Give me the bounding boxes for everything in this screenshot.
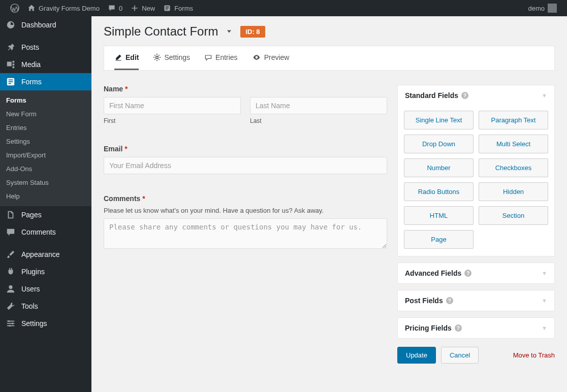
home-icon: [27, 4, 36, 12]
sidebar-item-users[interactable]: Users: [0, 280, 91, 298]
field-btn-page[interactable]: Page: [404, 230, 474, 249]
panel-toggle-standard[interactable]: Standard Fields ? ▼: [398, 85, 554, 106]
comments-link[interactable]: 0: [104, 0, 127, 16]
field-btn-hidden[interactable]: Hidden: [479, 182, 548, 201]
new-label: New: [142, 5, 155, 12]
help-icon[interactable]: ?: [461, 92, 468, 99]
submenu-settings[interactable]: Settings: [0, 135, 91, 148]
field-btn-paragraph[interactable]: Paragraph Text: [479, 111, 548, 129]
panel-title: Post Fields: [405, 297, 443, 305]
field-btn-single-line[interactable]: Single Line Text: [404, 111, 474, 129]
svg-point-14: [12, 322, 14, 324]
user-menu[interactable]: demo: [524, 0, 561, 16]
forms-label: Forms: [174, 5, 193, 12]
field-btn-number[interactable]: Number: [404, 158, 474, 177]
user-name: demo: [528, 5, 545, 12]
sidebar-item-label: Media: [21, 60, 41, 69]
tools-icon: [6, 302, 16, 311]
submenu-system-status[interactable]: System Status: [0, 176, 91, 189]
wordpress-icon: [10, 4, 19, 13]
submenu-addons[interactable]: Add-Ons: [0, 162, 91, 176]
sidebar-item-tools[interactable]: Tools: [0, 298, 91, 315]
form-switcher[interactable]: [225, 27, 233, 36]
site-name-link[interactable]: Gravity Forms Demo: [23, 0, 104, 16]
panel-toggle-pricing[interactable]: Pricing Fields ? ▼: [398, 318, 554, 338]
field-btn-html[interactable]: HTML: [404, 206, 474, 225]
sidebar-item-settings[interactable]: Settings: [0, 315, 91, 332]
sidebar-item-dashboard[interactable]: Dashboard: [0, 16, 91, 34]
sidebar-item-label: Forms: [21, 78, 42, 86]
tab-settings[interactable]: Settings: [153, 53, 190, 70]
field-btn-section[interactable]: Section: [479, 206, 548, 225]
panel-toggle-advanced[interactable]: Advanced Fields ? ▼: [398, 263, 554, 283]
action-row: Update Cancel Move to Trash: [397, 347, 555, 364]
user-icon: [6, 284, 16, 293]
first-sublabel: First: [104, 117, 241, 124]
submenu-help[interactable]: Help: [0, 189, 91, 203]
submenu-forms[interactable]: Forms: [0, 93, 91, 107]
sidebar-item-plugins[interactable]: Plugins: [0, 263, 91, 280]
required-indicator: *: [125, 85, 128, 93]
sidebar-item-appearance[interactable]: Appearance: [0, 246, 91, 263]
sidebar-item-comments[interactable]: Comments: [0, 223, 91, 241]
field-label: Email *: [104, 145, 387, 153]
email-input[interactable]: [104, 157, 387, 174]
tab-entries[interactable]: Entries: [204, 53, 238, 70]
sidebar-item-posts[interactable]: Posts: [0, 39, 91, 56]
tab-preview[interactable]: Preview: [252, 53, 290, 70]
help-icon[interactable]: ?: [464, 270, 471, 277]
panel-toggle-post[interactable]: Post Fields ? ▼: [398, 290, 554, 311]
field-btn-multiselect[interactable]: Multi Select: [479, 135, 548, 153]
sidebar-item-media[interactable]: Media: [0, 56, 91, 73]
admin-bar: Gravity Forms Demo 0 New Forms demo: [0, 0, 567, 16]
form-preview: Name * First Last Email *: [104, 85, 387, 271]
sidebar-item-forms[interactable]: Forms: [0, 73, 91, 90]
help-icon[interactable]: ?: [455, 324, 462, 332]
update-button[interactable]: Update: [397, 347, 436, 364]
new-link[interactable]: New: [127, 0, 159, 16]
required-indicator: *: [142, 194, 145, 203]
comment-icon: [108, 4, 116, 12]
plug-icon: [6, 267, 16, 276]
sidebar-item-pages[interactable]: Pages: [0, 206, 91, 223]
field-palette: Standard Fields ? ▼ Single Line Text Par…: [397, 85, 555, 364]
pin-icon: [6, 43, 16, 52]
panel-advanced-fields: Advanced Fields ? ▼: [397, 263, 555, 284]
first-name-input[interactable]: [104, 97, 241, 114]
chevron-down-icon: ▼: [542, 298, 547, 304]
forms-link[interactable]: Forms: [159, 0, 197, 16]
cancel-button[interactable]: Cancel: [441, 347, 479, 364]
tab-edit[interactable]: Edit: [114, 53, 139, 70]
edit-icon: [114, 53, 122, 61]
settings-icon: [6, 319, 16, 328]
sidebar-item-label: Tools: [21, 302, 38, 310]
page-header: Simple Contact Form ID: 8: [104, 24, 555, 39]
sidebar-item-label: Dashboard: [21, 21, 56, 29]
last-name-input[interactable]: [250, 97, 387, 114]
svg-rect-7: [9, 81, 13, 82]
field-email[interactable]: Email *: [104, 145, 387, 174]
comments-textarea[interactable]: [104, 218, 387, 249]
wp-logo[interactable]: [6, 0, 23, 16]
dashboard-icon: [6, 20, 16, 29]
move-to-trash-link[interactable]: Move to Trash: [513, 351, 555, 359]
sidebar-item-label: Users: [21, 285, 40, 293]
field-comments[interactable]: Comments * Please let us know what's on …: [104, 194, 387, 250]
sidebar-item-label: Settings: [21, 319, 47, 328]
sidebar-item-label: Pages: [21, 211, 42, 219]
submenu-entries[interactable]: Entries: [0, 121, 91, 135]
panel-title: Advanced Fields: [405, 269, 461, 277]
submenu-new-form[interactable]: New Form: [0, 107, 91, 121]
field-btn-radio[interactable]: Radio Buttons: [404, 182, 474, 201]
form-id-badge: ID: 8: [240, 26, 265, 38]
field-btn-dropdown[interactable]: Drop Down: [404, 135, 474, 153]
help-icon[interactable]: ?: [446, 297, 453, 304]
submenu-import-export[interactable]: Import/Export: [0, 148, 91, 162]
admin-sidebar: Dashboard Posts Media Forms Forms New Fo…: [0, 16, 91, 392]
comment-icon: [6, 227, 16, 237]
field-name[interactable]: Name * First Last: [104, 85, 387, 124]
svg-rect-4: [166, 9, 168, 10]
content-area: Simple Contact Form ID: 8 Edit Settings …: [91, 16, 567, 392]
svg-point-16: [156, 56, 159, 59]
field-btn-checkboxes[interactable]: Checkboxes: [479, 158, 548, 177]
